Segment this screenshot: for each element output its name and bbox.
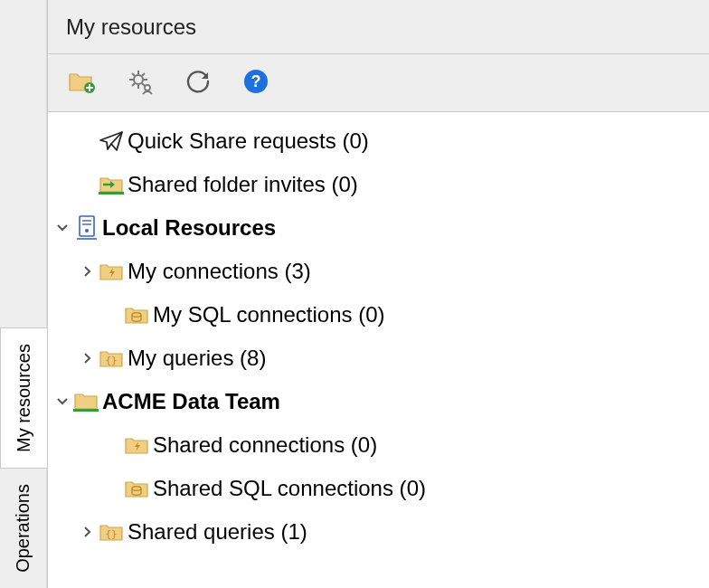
- tree-item-label: My connections (3): [128, 259, 311, 284]
- svg-point-10: [145, 85, 150, 90]
- svg-point-1: [134, 75, 143, 84]
- tree-item-label: Local Resources: [102, 215, 276, 241]
- refresh-icon: [184, 68, 212, 99]
- tree-item-my-sql-connections[interactable]: › My SQL connections (0): [48, 293, 709, 337]
- chevron-down-icon[interactable]: [53, 222, 71, 234]
- chevron-right-icon[interactable]: [79, 265, 97, 278]
- tree-item-shared-connections[interactable]: › Shared connections (0): [48, 423, 709, 467]
- tree-item-shared-sql-connections[interactable]: › Shared SQL connections (0): [48, 467, 709, 510]
- folder-bolt-icon: [122, 433, 153, 457]
- svg-point-18: [85, 229, 89, 232]
- tree-item-shared-invites[interactable]: › Shared folder invites (0): [48, 163, 709, 206]
- new-folder-icon: [68, 69, 97, 98]
- toolbar: ?: [48, 54, 709, 112]
- chevron-right-icon[interactable]: [79, 352, 97, 365]
- svg-line-9: [142, 73, 145, 76]
- folder-sql-icon: [122, 303, 153, 327]
- side-tab-rail: My resources Operations: [0, 0, 47, 588]
- tree-item-my-queries[interactable]: {} My queries (8): [48, 337, 709, 380]
- rail-tab-label: Operations: [7, 469, 40, 588]
- tree-item-my-connections[interactable]: My connections (3): [48, 250, 709, 293]
- panel-title: My resources: [48, 0, 709, 54]
- svg-rect-15: [80, 216, 94, 236]
- tree-item-label: Shared connections (0): [153, 432, 377, 458]
- tree-item-label: Shared SQL connections (0): [153, 476, 426, 501]
- new-folder-button[interactable]: [66, 67, 99, 100]
- settings-button[interactable]: [124, 67, 156, 100]
- rail-tab-label: My resources: [8, 328, 41, 468]
- folder-sql-icon: [122, 477, 153, 500]
- server-icon: [71, 214, 102, 242]
- tree-item-label: ACME Data Team: [102, 389, 280, 414]
- tree-item-shared-queries[interactable]: {} Shared queries (1): [48, 510, 709, 554]
- tree-item-label: Shared folder invites (0): [128, 172, 358, 197]
- folder-braces-icon: {}: [97, 346, 128, 370]
- svg-line-7: [142, 83, 145, 86]
- svg-rect-14: [99, 192, 124, 194]
- svg-line-6: [132, 73, 135, 76]
- tree-item-label: Shared queries (1): [128, 519, 307, 545]
- team-folder-icon: [71, 389, 102, 414]
- svg-rect-22: [73, 409, 99, 412]
- tree-item-quick-share[interactable]: › Quick Share requests (0): [48, 119, 709, 163]
- panel-title-text: My resources: [66, 14, 196, 40]
- chevron-right-icon[interactable]: [79, 526, 97, 538]
- refresh-button[interactable]: [182, 67, 214, 100]
- svg-text:?: ?: [251, 72, 261, 90]
- tree-item-local-resources[interactable]: Local Resources: [48, 206, 709, 250]
- resource-tree[interactable]: › Quick Share requests (0) ›: [48, 112, 709, 588]
- chevron-down-icon[interactable]: [53, 395, 71, 408]
- tree-item-label: My queries (8): [128, 346, 266, 371]
- paper-plane-icon: [97, 129, 128, 153]
- shared-folder-arrow-icon: [97, 172, 128, 197]
- gear-user-icon: [127, 68, 154, 99]
- svg-text:{}: {}: [105, 355, 117, 366]
- help-button[interactable]: ?: [240, 67, 272, 100]
- svg-text:{}: {}: [105, 528, 117, 540]
- tree-item-acme-team[interactable]: ACME Data Team: [48, 380, 709, 423]
- folder-braces-icon: {}: [97, 520, 128, 544]
- help-icon: ?: [243, 69, 269, 98]
- rail-tab-operations[interactable]: Operations: [0, 469, 46, 588]
- resources-panel: My resources: [47, 0, 709, 588]
- rail-tab-my-resources[interactable]: My resources: [0, 327, 47, 469]
- folder-bolt-icon: [97, 260, 128, 283]
- tree-item-label: My SQL connections (0): [153, 302, 385, 327]
- tree-item-label: Quick Share requests (0): [128, 128, 369, 154]
- svg-line-8: [132, 83, 135, 86]
